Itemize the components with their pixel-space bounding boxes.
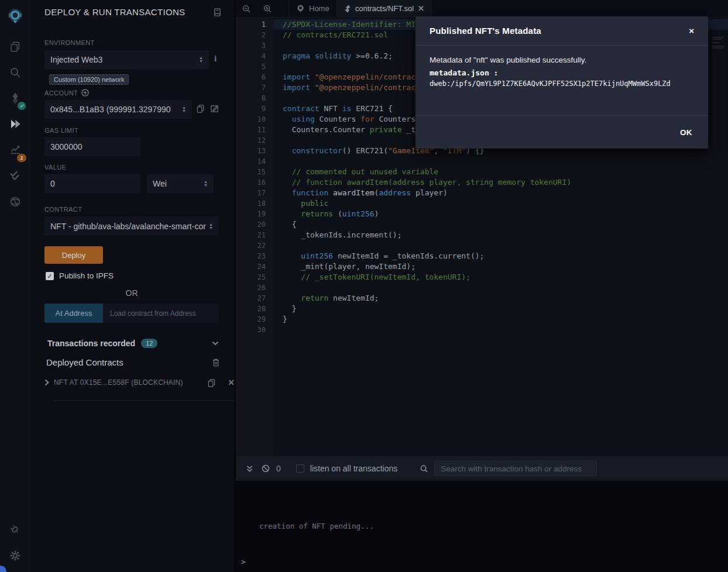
sidebar-item-file-explorer[interactable] [0,36,30,57]
value-label: VALUE [44,164,66,171]
line-number: 4 [236,51,273,61]
remix-logo[interactable] [0,5,30,27]
sidebar-item-solidity-compiler[interactable]: ✓ [0,88,30,109]
line-number: 3 [236,40,273,51]
deployed-contract-item[interactable]: NFT AT 0X15E...E558F (BLOCKCHAIN) ✕ [44,378,235,387]
code-line: 15 // commented out unused variable [236,167,728,177]
code-line-content: returns (uint256) [273,209,728,219]
line-number: 21 [236,230,273,240]
ok-button[interactable]: OK [680,128,692,137]
account-select[interactable]: 0x845...B1aB3 (999991.3297990 ▲▼ [44,100,192,119]
sidebar-item-deploy-run[interactable] [0,113,30,135]
deploy-button[interactable]: Deploy [44,246,103,264]
account-label: ACCOUNT [44,89,89,97]
code-line-content: // _setTokenURI(newItemId, tokenURI); [273,272,728,282]
code-line-content: return newItemId; [273,293,728,304]
or-label: OR [44,288,219,298]
line-number: 15 [236,167,273,177]
code-line: 16 // function awardItem(address player,… [236,177,728,188]
terminal-search-icon [420,464,428,473]
sidebar-item-debugger[interactable] [0,191,30,212]
line-number: 26 [236,282,273,293]
sidebar-item-static-analysis[interactable]: 1 [0,139,30,160]
copy-contract-icon[interactable] [207,378,216,387]
terminal-toolbar: 0 listen on all transactions [236,456,728,481]
at-address-button[interactable]: At Address [44,304,103,323]
chevron-updown-icon: ▲▼ [199,56,203,63]
transactions-recorded-row[interactable]: Transactions recorded 12 [47,339,219,348]
value-input[interactable] [44,174,140,193]
modal-header: Published NFT's Metadata × [415,16,708,46]
tab-close-icon[interactable]: ✕ [418,4,424,13]
sidebar-item-unit-testing[interactable] [0,164,30,185]
sign-message-icon[interactable] [210,104,219,113]
code-line: 14 [236,156,728,167]
chevron-down-icon[interactable] [212,341,219,346]
zoom-in-button[interactable] [257,0,278,17]
code-line: 27 return newItemId; [236,293,728,304]
modal-close-icon[interactable]: × [689,26,694,36]
gas-limit-label: GAS LIMIT [44,127,78,134]
at-address-input[interactable] [103,304,219,323]
code-line-content: public [273,198,728,209]
collapse-terminal-icon[interactable] [246,465,253,473]
line-number: 2 [236,30,273,40]
line-number: 9 [236,104,273,114]
remove-contract-icon[interactable]: ✕ [228,378,235,387]
docs-book-icon[interactable] [213,8,222,17]
debugger-icon [9,195,22,208]
line-number: 19 [236,209,273,219]
code-line: 25 // _setTokenURI(newItemId, tokenURI); [236,272,728,282]
deployed-contract-label: NFT AT 0X15E...E558F (BLOCKCHAIN) [54,378,202,387]
gas-limit-input[interactable] [44,137,140,156]
clear-console-icon[interactable] [262,464,270,473]
transactions-recorded-label: Transactions recorded [47,339,135,348]
tab-nft-sol[interactable]: contracts/NFT.sol ✕ [337,0,432,17]
line-number: 5 [236,61,273,72]
code-line: 17 function awardItem(address player) [236,188,728,198]
line-number: 6 [236,72,273,82]
publish-ipfs-label: Publish to IPFS [59,271,114,280]
line-number: 11 [236,125,273,135]
copy-account-icon[interactable] [196,104,205,113]
code-line: 20 { [236,219,728,230]
sidebar-item-search[interactable] [0,62,30,83]
analysis-count-badge: 1 [17,154,26,162]
code-line: 18 public [236,198,728,209]
value-unit-select[interactable]: Wei ▲▼ [147,174,214,193]
sidebar-item-settings[interactable] [0,545,30,566]
notification-dot [0,566,6,572]
line-number: 1 [236,19,273,30]
terminal-prompt: > [241,557,246,566]
code-line: 22 [236,240,728,251]
listen-all-checkbox[interactable] [296,464,304,473]
zoom-out-button[interactable] [236,0,257,17]
editor-minimap[interactable] [712,36,726,49]
code-line-content: _tokenIds.increment(); [273,230,728,240]
contract-select[interactable]: NFT - github/ava-labs/avalanche-smart-co… [44,216,219,236]
publish-to-ipfs-row: ✓ Publish to IPFS [46,271,114,280]
deployed-contracts-label: Deployed Contracts [46,357,123,367]
line-number: 28 [236,304,273,314]
environment-info-icon[interactable]: i [214,54,217,64]
panel-divider [54,400,234,401]
line-number: 22 [236,240,273,251]
line-number: 30 [236,325,273,335]
chevron-right-icon[interactable] [44,379,49,386]
terminal-search-input[interactable] [434,461,597,476]
code-line-content: // function awardItem(address player, st… [273,177,728,188]
terminal-output[interactable]: creation of NFT pending... > [236,481,728,572]
file-explorer-icon [9,40,22,53]
code-line: 26 [236,282,728,293]
sidebar-item-plugin-manager[interactable] [0,519,30,540]
code-line-content: // commented out unused variable [273,167,728,177]
line-number: 14 [236,156,273,167]
add-account-icon[interactable] [81,89,89,97]
code-line: 29} [236,314,728,325]
tab-home[interactable]: Home [289,0,337,17]
line-number: 10 [236,114,273,125]
publish-ipfs-checkbox[interactable]: ✓ [46,272,54,280]
search-icon [9,66,22,79]
environment-select[interactable]: Injected Web3 ▲▼ [44,50,209,69]
trash-icon[interactable] [212,358,220,367]
